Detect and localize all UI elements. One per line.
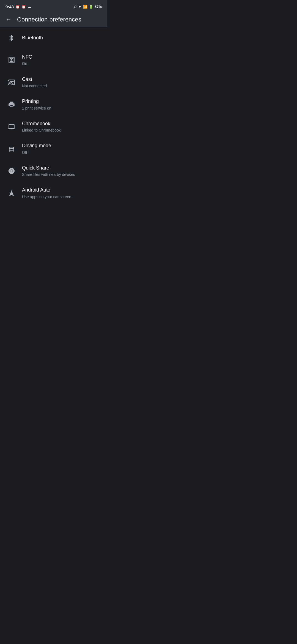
alarm2-icon: ⏰ (21, 5, 26, 9)
list-item-chromebook[interactable]: Chromebook Linked to Chromebook (0, 116, 107, 138)
nfc-subtitle: On (22, 61, 102, 66)
back-button[interactable]: ← (6, 16, 12, 23)
chromebook-content: Chromebook Linked to Chromebook (22, 121, 102, 133)
header: ← Connection preferences (0, 12, 107, 27)
android-auto-icon (6, 190, 18, 197)
cast-subtitle: Not connected (22, 83, 102, 88)
chromebook-icon (6, 123, 18, 130)
wifi-icon: ▼ (78, 5, 82, 9)
list-item-android-auto[interactable]: Android Auto Use apps on your car screen (0, 182, 107, 204)
cast-icon (6, 79, 18, 86)
status-bar: 9:43 ⏰ ⏰ ☁ ⊖ ▼ 📶 🔋 57% (0, 0, 107, 12)
nfc-title: NFC (22, 54, 102, 60)
car-icon (6, 145, 18, 152)
bluetooth-title: Bluetooth (22, 35, 102, 41)
list-item-driving-mode[interactable]: Driving mode Off (0, 138, 107, 160)
list-item-bluetooth[interactable]: Bluetooth (0, 27, 107, 49)
cast-title: Cast (22, 76, 102, 83)
android-auto-subtitle: Use apps on your car screen (22, 194, 102, 199)
quick-share-subtitle: Share files with nearby devices (22, 172, 102, 177)
nfc-icon (6, 56, 18, 64)
quick-share-title: Quick Share (22, 165, 102, 171)
page-title: Connection preferences (17, 16, 81, 23)
status-left: 9:43 ⏰ ⏰ ☁ (6, 4, 31, 9)
alarm-icon: ⏰ (15, 5, 20, 9)
chromebook-title: Chromebook (22, 121, 102, 127)
driving-mode-content: Driving mode Off (22, 143, 102, 155)
bluetooth-icon (6, 34, 18, 42)
driving-mode-subtitle: Off (22, 150, 102, 155)
cast-content: Cast Not connected (22, 76, 102, 89)
list-item-cast[interactable]: Cast Not connected (0, 71, 107, 94)
quick-share-icon (6, 167, 18, 174)
back-icon: ← (6, 16, 12, 23)
status-icons: ⊖ ▼ 📶 🔋 57% (74, 5, 102, 9)
status-time: 9:43 (6, 4, 14, 9)
cloud-icon: ☁ (28, 5, 31, 9)
printing-content: Printing 1 print service on (22, 98, 102, 111)
signal-icon: 📶 (83, 5, 87, 9)
list-item-quick-share[interactable]: Quick Share Share files with nearby devi… (0, 160, 107, 182)
quick-share-content: Quick Share Share files with nearby devi… (22, 165, 102, 177)
chromebook-subtitle: Linked to Chromebook (22, 128, 102, 133)
battery-level: 57% (95, 5, 102, 9)
battery-icon: 🔋 (89, 5, 93, 9)
dnd-icon: ⊖ (74, 5, 77, 9)
print-icon (6, 101, 18, 108)
printing-subtitle: 1 print service on (22, 106, 102, 111)
android-auto-title: Android Auto (22, 187, 102, 193)
list-item-nfc[interactable]: NFC On (0, 49, 107, 71)
printing-title: Printing (22, 98, 102, 105)
bluetooth-content: Bluetooth (22, 35, 102, 41)
android-auto-content: Android Auto Use apps on your car screen (22, 187, 102, 199)
settings-list: Bluetooth NFC On Cast Not connected (0, 27, 107, 204)
driving-mode-title: Driving mode (22, 143, 102, 149)
nfc-content: NFC On (22, 54, 102, 66)
list-item-printing[interactable]: Printing 1 print service on (0, 93, 107, 116)
